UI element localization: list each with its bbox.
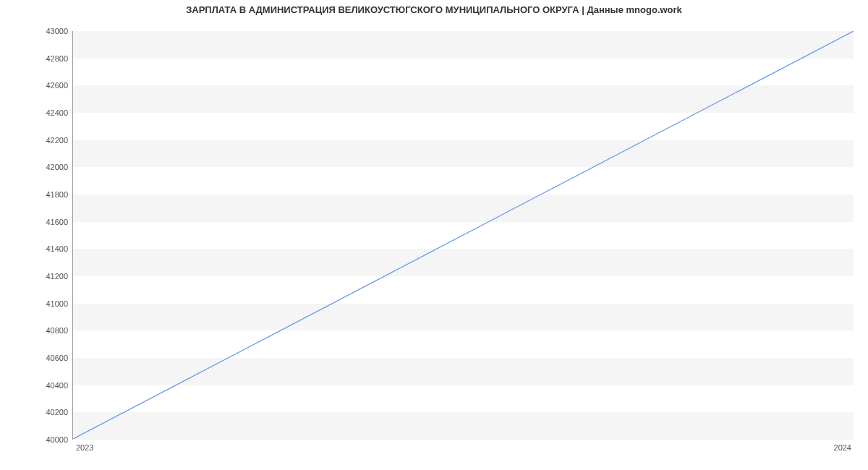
y-tick-8: 41600	[25, 218, 68, 226]
x-tick-0: 2023	[76, 443, 93, 452]
y-tick-2: 40400	[25, 381, 68, 390]
grid-band	[73, 31, 854, 59]
grid-band	[73, 195, 854, 222]
x-tick-1: 2024	[834, 443, 851, 452]
plot-area	[72, 31, 854, 440]
grid-band	[73, 304, 854, 331]
y-tick-11: 42200	[25, 136, 68, 145]
y-tick-7: 41400	[25, 244, 68, 253]
y-tick-6: 41200	[25, 272, 68, 281]
y-tick-12: 42400	[25, 108, 68, 117]
y-tick-1: 40200	[25, 408, 68, 416]
grid-band	[73, 140, 854, 168]
grid-band	[73, 358, 854, 385]
y-tick-4: 40800	[25, 326, 68, 335]
y-tick-0: 40000	[25, 435, 68, 444]
chart-container: ЗАРПЛАТА В АДМИНИСТРАЦИЯ ВЕЛИКОУСТЮГСКОГ…	[0, 0, 868, 470]
grid-band	[73, 412, 854, 440]
y-tick-5: 41000	[25, 299, 68, 308]
chart-title: ЗАРПЛАТА В АДМИНИСТРАЦИЯ ВЕЛИКОУСТЮГСКОГ…	[0, 4, 868, 15]
y-tick-13: 42600	[25, 81, 68, 90]
y-tick-9: 41800	[25, 190, 68, 199]
y-tick-3: 40600	[25, 354, 68, 362]
grid-band	[73, 85, 854, 113]
y-tick-14: 42800	[25, 54, 68, 63]
y-tick-15: 43000	[25, 27, 68, 35]
y-tick-10: 42000	[25, 163, 68, 171]
grid-band	[73, 249, 854, 276]
